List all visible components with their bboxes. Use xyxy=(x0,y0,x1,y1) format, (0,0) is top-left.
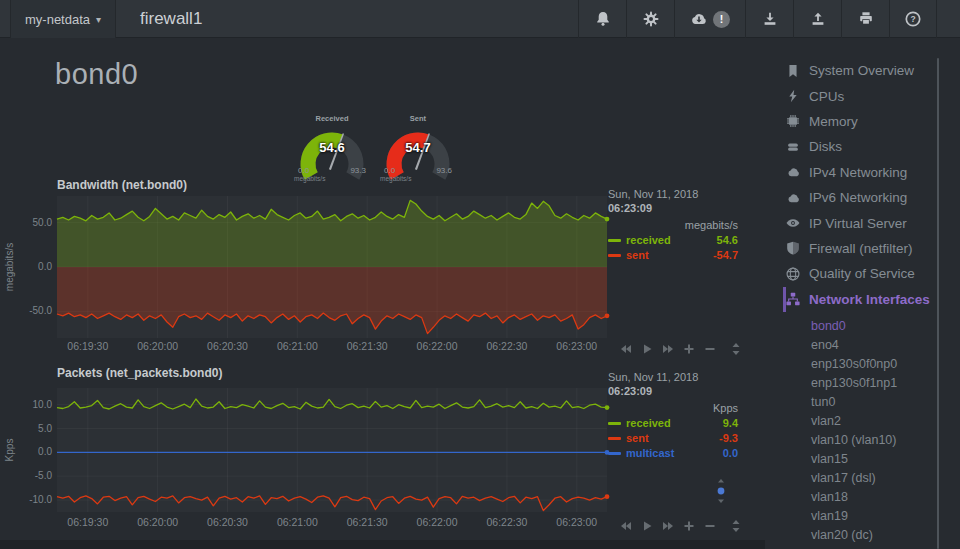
fast-forward-button[interactable] xyxy=(662,520,674,532)
sidebar-item-quality-of-service[interactable]: Quality of Service xyxy=(786,261,942,286)
sidebar-item-cpus[interactable]: CPUs xyxy=(786,83,942,108)
legend-series-name: received xyxy=(626,233,717,248)
chart-pan-handle[interactable] xyxy=(716,478,726,508)
legend-series-name: sent xyxy=(626,248,713,263)
legend-series-value: 0.0 xyxy=(723,446,738,461)
bell-icon xyxy=(594,10,612,28)
sidebar-subitem-enp130s0f0np0[interactable]: enp130s0f0np0 xyxy=(811,355,942,374)
legend-series-value: -54.7 xyxy=(713,248,738,263)
fast-forward-button[interactable] xyxy=(662,343,674,355)
x-tick-label: 06:21:30 xyxy=(347,340,388,352)
sidebar-item-ip-virtual-server[interactable]: IP Virtual Server xyxy=(786,210,942,235)
legend-units: Kpps xyxy=(608,401,738,416)
sidebar-subitem-vlan17-dsl-[interactable]: vlan17 (dsl) xyxy=(811,469,942,488)
zoom-out-button[interactable] xyxy=(704,343,716,355)
sidebar-nav: System OverviewCPUsMemoryDisksIPv4 Netwo… xyxy=(770,58,942,549)
print-button[interactable] xyxy=(841,0,889,38)
cloud-icon xyxy=(786,191,800,205)
sidebar-subitem-enp130s0f1np1[interactable]: enp130s0f1np1 xyxy=(811,374,942,393)
settings-button[interactable] xyxy=(626,0,674,38)
y-tick-label: 0.0 xyxy=(0,446,52,457)
series-sent xyxy=(57,496,607,511)
zoom-out-button[interactable] xyxy=(704,520,716,532)
x-tick-label: 06:23:00 xyxy=(556,516,597,528)
sidebar-item-ipv6-networking[interactable]: IPv6 Networking xyxy=(786,185,942,210)
gauge-min: 0.0 xyxy=(298,166,309,175)
sidebar-subitem-vlan18[interactable]: vlan18 xyxy=(811,488,942,507)
eye-icon xyxy=(786,216,800,230)
cloud-button[interactable]: ! xyxy=(674,0,745,38)
sidebar-subitem-tun0[interactable]: tun0 xyxy=(811,393,942,412)
question-icon: ? xyxy=(904,10,922,28)
play-icon xyxy=(641,343,653,355)
rewind-button[interactable] xyxy=(620,343,632,355)
legend-series-sent[interactable]: sent-54.7 xyxy=(608,248,738,263)
import-button[interactable] xyxy=(745,0,793,38)
shield-icon xyxy=(786,241,800,255)
sidebar-subitem-vlan21[interactable]: vlan21 xyxy=(811,545,942,549)
plot-area[interactable] xyxy=(57,196,607,338)
fast-forward-icon xyxy=(662,520,674,532)
download-icon xyxy=(761,10,779,28)
my-netdata-menu[interactable]: my-netdata ▾ xyxy=(10,0,116,38)
zoom-in-button[interactable] xyxy=(683,343,695,355)
legend-series-received[interactable]: received9.4 xyxy=(608,416,738,431)
legend-time: 06:23:09 xyxy=(608,384,738,399)
sidebar-item-label: IP Virtual Server xyxy=(809,216,907,231)
help-button[interactable]: ? xyxy=(889,0,937,38)
sidebar-item-firewall-netfilter[interactable]: Firewall (netfilter) xyxy=(786,236,942,261)
sidebar-item-label: CPUs xyxy=(809,89,844,104)
upload-icon xyxy=(809,10,827,28)
legend-series-sent[interactable]: sent-9.3 xyxy=(608,431,738,446)
play-button[interactable] xyxy=(641,520,653,532)
sidebar-subitem-eno4[interactable]: eno4 xyxy=(811,336,942,355)
play-button[interactable] xyxy=(641,343,653,355)
sidebar-subitem-vlan10-vlan10-[interactable]: vlan10 (vlan10) xyxy=(811,431,942,450)
legend-series-value: 54.6 xyxy=(717,233,738,248)
plot-area[interactable] xyxy=(57,388,607,512)
legend-series-name: sent xyxy=(626,431,719,446)
rewind-button[interactable] xyxy=(620,520,632,532)
sidebar-subitem-vlan19[interactable]: vlan19 xyxy=(811,507,942,526)
sidebar-item-disks[interactable]: Disks xyxy=(786,134,942,159)
scrollbar[interactable] xyxy=(937,58,939,549)
gauge-value: 54.7 xyxy=(377,140,459,155)
rewind-icon xyxy=(620,343,632,355)
sidebar-item-system-overview[interactable]: System Overview xyxy=(786,58,942,83)
sidebar-item-ipv4-networking[interactable]: IPv4 Networking xyxy=(786,160,942,185)
y-tick-label: -10.0 xyxy=(0,494,52,505)
legend-series-received[interactable]: received54.6 xyxy=(608,233,738,248)
chart-resize-handle[interactable] xyxy=(731,520,741,532)
cloud-icon xyxy=(786,165,800,179)
sidebar-subitem-vlan20-dc-[interactable]: vlan20 (dc) xyxy=(811,526,942,545)
series-sent-marker xyxy=(605,313,610,318)
sidebar-item-label: Disks xyxy=(809,139,842,154)
legend-swatch xyxy=(608,239,621,242)
sidebar-subitem-vlan15[interactable]: vlan15 xyxy=(811,450,942,469)
my-netdata-label: my-netdata xyxy=(25,12,90,27)
hostname: firewall1 xyxy=(140,0,202,38)
alarms-button[interactable] xyxy=(578,0,626,38)
chart-resize-handle[interactable] xyxy=(731,343,741,355)
export-button[interactable] xyxy=(793,0,841,38)
x-tick-label: 06:21:30 xyxy=(347,516,388,528)
sidebar-item-memory[interactable]: Memory xyxy=(786,109,942,134)
zoom-in-button[interactable] xyxy=(683,520,695,532)
gauge-title: Received xyxy=(291,114,373,123)
disks-icon xyxy=(786,140,800,154)
x-tick-label: 06:20:00 xyxy=(137,340,178,352)
interface-list: bond0eno4enp130s0f0np0enp130s0f1np1tun0v… xyxy=(811,317,942,549)
x-tick-label: 06:19:30 xyxy=(67,516,108,528)
legend-series-multicast[interactable]: multicast0.0 xyxy=(608,446,738,461)
rewind-icon xyxy=(620,520,632,532)
top-navbar: my-netdata ▾ firewall1 !? xyxy=(0,0,960,38)
sidebar-subitem-bond0[interactable]: bond0 xyxy=(811,317,942,336)
sidebar-subitem-vlan2[interactable]: vlan2 xyxy=(811,412,942,431)
bolt-icon xyxy=(786,89,800,103)
y-tick-label: 50.0 xyxy=(0,217,52,228)
legend-series-value: -9.3 xyxy=(719,431,738,446)
sidebar-item-label: Quality of Service xyxy=(809,266,915,281)
sidebar-item-network-interfaces[interactable]: Network Interfaces xyxy=(783,287,942,312)
sidebar-item-label: Network Interfaces xyxy=(809,292,930,307)
y-tick-label: -5.0 xyxy=(0,470,52,481)
